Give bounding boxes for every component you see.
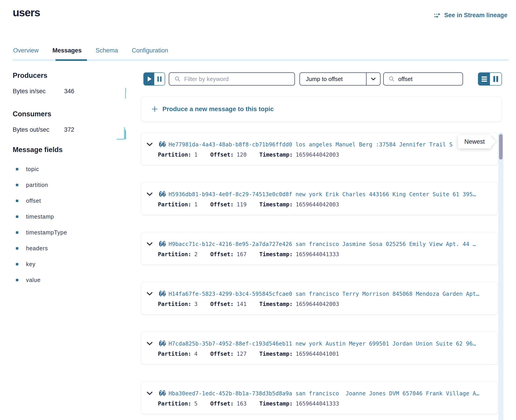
offset-value: 163	[237, 400, 247, 407]
expand-chevron-icon[interactable]	[146, 342, 153, 345]
offset-search-input[interactable]	[398, 75, 475, 83]
jump-to-offset-value: Jump to offset	[300, 75, 366, 82]
expand-chevron-icon[interactable]	[146, 142, 153, 146]
producers-metric-row: Bytes in/sec 346	[13, 88, 74, 95]
offset-label: Offset:	[210, 251, 233, 257]
tab-configuration[interactable]: Configuration	[132, 47, 168, 60]
field-bullet-icon	[16, 279, 18, 281]
message-field-item[interactable]: key	[16, 256, 67, 272]
offset-pair: Offset: 163	[210, 400, 247, 407]
consumers-sparkline	[116, 125, 128, 140]
partition-label: Partition:	[158, 251, 191, 257]
field-label: timestamp	[26, 213, 54, 220]
jump-to-offset-select[interactable]: Jump to offset	[300, 72, 381, 86]
message-key-row: �� He77981da-4a43-48ab-b8f8-cb71b96ffdd0…	[146, 141, 493, 148]
message-key-bytes: ��	[159, 390, 166, 397]
message-field-item[interactable]: topic	[16, 161, 67, 177]
timestamp-pair: Timestamp: 1659644042003	[259, 201, 339, 208]
lineage-arrows-icon	[434, 12, 441, 18]
message-key-row: �� Hba30eed7-1edc-452b-8b1a-738d3b5d8a9a…	[146, 390, 493, 397]
offset-value: 167	[237, 251, 247, 257]
expand-chevron-icon[interactable]	[146, 242, 153, 246]
stream-lineage-link[interactable]: See in Stream lineage	[434, 12, 507, 19]
expand-chevron-icon[interactable]	[146, 192, 153, 196]
timestamp-pair: Timestamp: 1659644041001	[259, 351, 339, 357]
message-field-item[interactable]: value	[16, 272, 67, 288]
tab-schema[interactable]: Schema	[96, 47, 118, 60]
bytes-in-label: Bytes in/sec	[13, 88, 46, 95]
expand-chevron-icon[interactable]	[146, 292, 153, 296]
tab-messages[interactable]: Messages	[53, 47, 82, 60]
message-summary: H14fa67fe-5823-4299-b3c4-595845cfcae0 sa…	[169, 291, 493, 297]
offset-label: Offset:	[210, 201, 233, 208]
field-label: offset	[26, 198, 41, 204]
message-field-item[interactable]: timestamp	[16, 209, 67, 225]
partition-value: 5	[194, 400, 198, 407]
lineage-link-label: See in Stream lineage	[444, 12, 507, 19]
pause-button[interactable]	[154, 73, 165, 85]
message-card[interactable]: �� H7cda825b-35b7-4952-88ef-c193d546eb11…	[141, 331, 498, 364]
field-label: value	[26, 277, 40, 283]
offset-pair: Offset: 120	[210, 151, 247, 158]
message-card[interactable]: �� He77981da-4a43-48ab-b8f8-cb71b96ffdd0…	[141, 132, 498, 165]
expand-chevron-icon[interactable]	[146, 391, 153, 395]
offset-label: Offset:	[210, 301, 233, 307]
offset-pair: Offset: 167	[210, 251, 247, 257]
message-field-item[interactable]: partition	[16, 177, 67, 193]
consumers-heading: Consumers	[13, 110, 51, 118]
newest-tooltip: Newest	[458, 135, 491, 149]
timestamp-pair: Timestamp: 1659644042003	[259, 151, 339, 158]
message-card[interactable]: �� H9bacc71c-b12c-4216-8e95-2a7da727e426…	[141, 232, 498, 265]
timestamp-value: 1659644041001	[296, 351, 339, 357]
column-view-button[interactable]	[490, 73, 501, 85]
message-list: �� He77981da-4a43-48ab-b8f8-cb71b96ffdd0…	[141, 132, 498, 420]
partition-label: Partition:	[158, 201, 191, 208]
live-consume-toggle	[143, 72, 165, 86]
field-label: partition	[26, 182, 48, 188]
message-summary: H7cda825b-35b7-4952-88ef-c193d546eb11 ne…	[169, 340, 493, 347]
message-field-item[interactable]: headers	[16, 240, 67, 256]
message-field-item[interactable]: offset	[16, 193, 67, 209]
tab-underline-track	[13, 59, 509, 61]
partition-pair: Partition: 1	[158, 151, 198, 158]
offset-label: Offset:	[210, 151, 233, 158]
play-button[interactable]	[144, 73, 154, 85]
message-key-bytes: ��	[159, 241, 166, 247]
field-bullet-icon	[16, 263, 18, 265]
message-meta-row: Partition: 1 Offset: 120 Timestamp: 1659…	[146, 151, 493, 158]
message-card[interactable]: �� Hba30eed7-1edc-452b-8b1a-738d3b5d8a9a…	[141, 381, 498, 414]
list-view-button[interactable]	[478, 73, 490, 85]
message-key-bytes: ��	[159, 340, 166, 347]
tab-overview[interactable]: Overview	[13, 47, 39, 60]
scrollbar-thumb[interactable]	[499, 134, 503, 159]
message-meta-row: Partition: 3 Offset: 141 Timestamp: 1659…	[146, 301, 493, 307]
partition-value: 1	[194, 151, 198, 158]
message-card[interactable]: �� H5936db81-b943-4e0f-8c29-74513e0c0d8f…	[141, 182, 498, 215]
producers-sparkline	[122, 87, 128, 100]
timestamp-label: Timestamp:	[259, 201, 293, 208]
produce-message-button[interactable]: Produce a new message to this topic	[141, 96, 502, 122]
keyword-filter-input[interactable]	[184, 75, 294, 83]
keyword-filter[interactable]	[169, 72, 295, 86]
message-fields-list: topic partition offset timestamp timesta…	[16, 161, 67, 288]
partition-value: 4	[194, 351, 198, 357]
message-card[interactable]: �� H14fa67fe-5823-4299-b3c4-595845cfcae0…	[141, 282, 498, 315]
field-bullet-icon	[16, 247, 18, 250]
chevron-down-icon[interactable]	[366, 73, 380, 85]
offset-search[interactable]	[383, 72, 463, 86]
message-summary: H5936db81-b943-4e0f-8c29-74513e0c0d8f ne…	[169, 191, 493, 198]
timestamp-label: Timestamp:	[259, 151, 293, 158]
bytes-out-label: Bytes out/sec	[13, 126, 49, 133]
search-icon	[175, 76, 181, 82]
partition-label: Partition:	[158, 400, 191, 407]
message-meta-row: Partition: 4 Offset: 127 Timestamp: 1659…	[146, 351, 493, 357]
partition-value: 2	[194, 251, 198, 257]
scrollbar-track[interactable]	[498, 132, 503, 420]
page-title: users	[13, 6, 40, 19]
message-field-item[interactable]: timestampType	[16, 225, 67, 240]
offset-value: 141	[237, 301, 247, 307]
field-label: key	[26, 261, 36, 268]
message-summary: He77981da-4a43-48ab-b8f8-cb71b96ffdd0 lo…	[169, 141, 493, 148]
offset-value: 120	[237, 151, 247, 158]
view-mode-toggle	[478, 72, 502, 86]
